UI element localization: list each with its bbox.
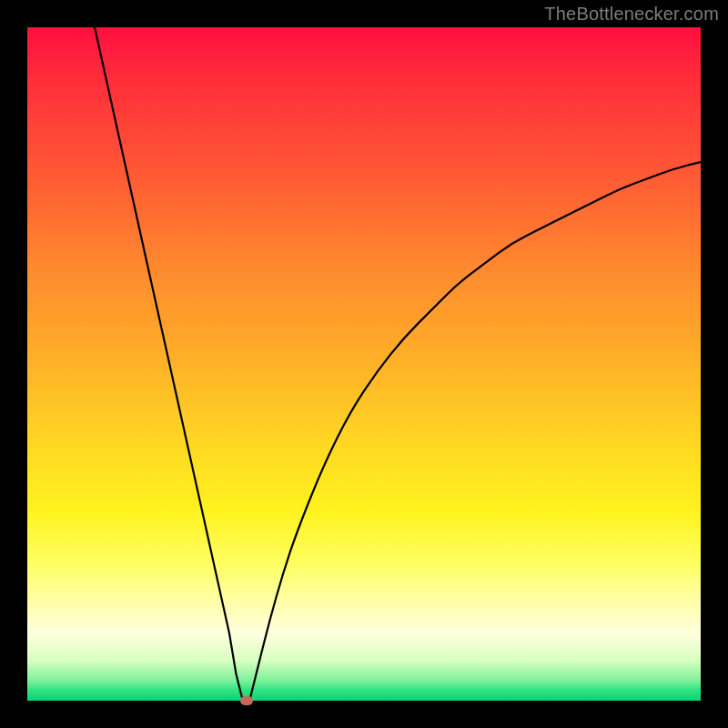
chart-frame: TheBottlenecker.com <box>0 0 728 728</box>
optimal-point-marker <box>240 696 253 705</box>
gradient-plot-area <box>27 27 701 701</box>
watermark-text: TheBottlenecker.com <box>544 4 719 25</box>
